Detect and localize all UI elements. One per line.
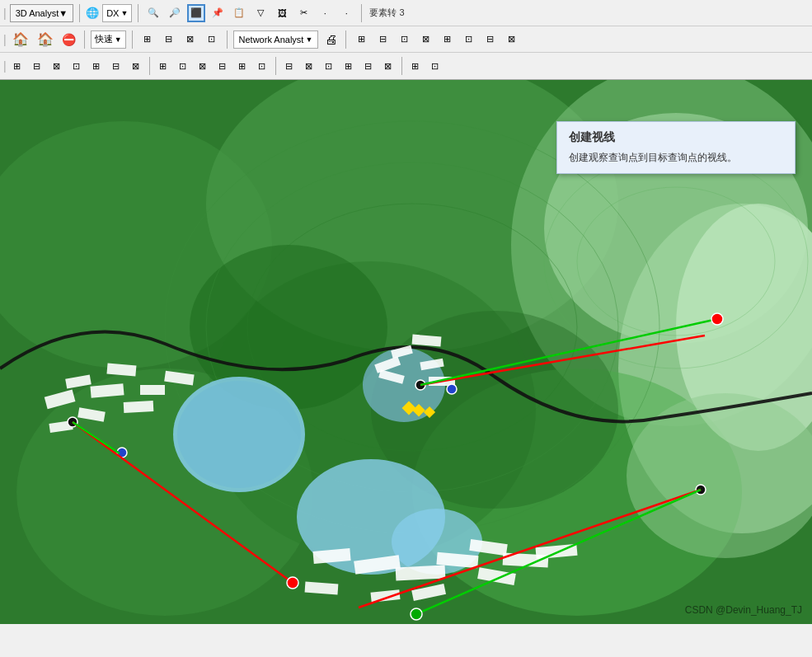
toolbar-separator-left: | bbox=[3, 7, 7, 20]
speed-chevron: ▼ bbox=[115, 35, 122, 44]
speed-label: 快速 bbox=[95, 33, 113, 45]
grid-btn8[interactable]: ⊞ bbox=[154, 57, 172, 75]
grid-btn14[interactable]: ⊟ bbox=[280, 57, 298, 75]
grid-btn2[interactable]: ⊟ bbox=[28, 57, 46, 75]
tool-btn4[interactable]: ⊡ bbox=[203, 31, 221, 49]
tooltip-title: 创建视线 bbox=[569, 130, 783, 145]
grid-btn7[interactable]: ⊠ bbox=[127, 57, 145, 75]
toolbar-icon-map[interactable]: 📋 bbox=[230, 4, 248, 22]
sep6 bbox=[227, 31, 228, 49]
map-container[interactable]: 创建视线 创建观察查询点到目标查询点的视线。 CSDN @Devin_Huang… bbox=[0, 80, 812, 624]
speed-dropdown[interactable]: 快速 ▼ bbox=[91, 31, 126, 49]
grid-btn12[interactable]: ⊞ bbox=[233, 57, 251, 75]
tool-btn7[interactable]: ⊡ bbox=[395, 31, 413, 49]
yaosu-label: 要素转 3 bbox=[368, 7, 406, 19]
grid-btn5[interactable]: ⊞ bbox=[87, 57, 106, 75]
home-btn2[interactable]: 🏠 bbox=[35, 31, 56, 49]
tool-btn5[interactable]: ⊞ bbox=[352, 31, 370, 49]
svg-rect-30 bbox=[140, 385, 165, 395]
grid-btn9[interactable]: ⊡ bbox=[174, 57, 192, 75]
toolbar-icon-triangle[interactable]: ▽ bbox=[251, 4, 270, 22]
tooltip-body: 创建观察查询点到目标查询点的视线。 bbox=[569, 150, 783, 165]
tool-btn6[interactable]: ⊟ bbox=[373, 31, 392, 49]
tooltip-popup: 创建视线 创建观察查询点到目标查询点的视线。 bbox=[556, 121, 796, 174]
tool-btn3[interactable]: ⊠ bbox=[181, 31, 199, 49]
sep3 bbox=[361, 4, 362, 22]
dx-chevron: ▼ bbox=[120, 9, 128, 17]
toolbar-icon-highlight[interactable]: ⬛ bbox=[187, 4, 205, 22]
grid-btn20[interactable]: ⊞ bbox=[406, 57, 425, 75]
network-analyst-dropdown[interactable]: Network Analyst ▼ bbox=[233, 31, 319, 49]
grid-btn4[interactable]: ⊡ bbox=[68, 57, 86, 75]
tool-btn10[interactable]: ⊡ bbox=[459, 31, 477, 49]
svg-rect-40 bbox=[396, 565, 446, 580]
toolbar-row2: | 🏠 🏠 ⛔ 快速 ▼ ⊞ ⊟ ⊠ ⊡ Network Analyst ▼ 🖨… bbox=[0, 26, 812, 53]
toolbar-icon-dot2[interactable]: · bbox=[337, 4, 355, 22]
toolbar-icon-identify[interactable]: 🔎 bbox=[166, 4, 184, 22]
toolbar-icon-image[interactable]: 🖼 bbox=[273, 4, 291, 22]
svg-point-64 bbox=[411, 608, 422, 620]
grid-btn19[interactable]: ⊠ bbox=[379, 57, 397, 75]
svg-point-19 bbox=[177, 381, 301, 488]
tool-btn2[interactable]: ⊟ bbox=[160, 31, 178, 49]
svg-rect-48 bbox=[305, 582, 339, 595]
svg-rect-29 bbox=[124, 401, 154, 413]
dx-dropdown[interactable]: DX ▼ bbox=[102, 4, 132, 22]
na-chevron: ▼ bbox=[305, 35, 312, 44]
watermark: CSDN @Devin_Huang_TJ bbox=[685, 604, 802, 616]
home-btn1[interactable]: 🏠 bbox=[10, 31, 31, 49]
sep7 bbox=[345, 31, 346, 49]
grid-btn13[interactable]: ⊡ bbox=[253, 57, 271, 75]
sep5 bbox=[132, 31, 133, 49]
toolbar-row1: | 3D Analyst▼ 🌐 DX ▼ 🔍 🔎 ⬛ 📌 📋 ▽ 🖼 ✂ · ·… bbox=[0, 0, 812, 26]
dx-icon: 🌐 bbox=[86, 7, 99, 19]
tool-btn9[interactable]: ⊞ bbox=[438, 31, 456, 49]
tool-btn11[interactable]: ⊟ bbox=[481, 31, 499, 49]
stop-btn[interactable]: ⛔ bbox=[59, 31, 78, 49]
sep8 bbox=[149, 57, 150, 75]
grid-btn1[interactable]: ⊞ bbox=[8, 57, 26, 75]
tool-btn8[interactable]: ⊠ bbox=[416, 31, 434, 49]
sep1 bbox=[79, 4, 80, 22]
sep10 bbox=[401, 57, 402, 75]
dx-label: DX bbox=[106, 8, 119, 18]
grid-btn3[interactable]: ⊠ bbox=[48, 57, 66, 75]
toolbar-icon-pin[interactable]: 📌 bbox=[209, 4, 227, 22]
grid-btn6[interactable]: ⊟ bbox=[107, 57, 125, 75]
grid-btn10[interactable]: ⊠ bbox=[194, 57, 212, 75]
sep9 bbox=[275, 57, 276, 75]
grid-btn11[interactable]: ⊟ bbox=[214, 57, 232, 75]
sep4 bbox=[84, 31, 85, 49]
toolbar-row3: | ⊞ ⊟ ⊠ ⊡ ⊞ ⊟ ⊠ ⊞ ⊡ ⊠ ⊟ ⊞ ⊡ ⊟ ⊠ ⊡ ⊞ ⊟ ⊠ … bbox=[0, 53, 812, 79]
print-btn[interactable]: 🖨 bbox=[322, 31, 340, 49]
toolbar-separator-left3: | bbox=[3, 59, 7, 73]
tool-btn1[interactable]: ⊞ bbox=[138, 31, 157, 49]
toolbar-icon-scissors[interactable]: ✂ bbox=[294, 4, 312, 22]
grid-btn18[interactable]: ⊟ bbox=[359, 57, 378, 75]
svg-point-57 bbox=[447, 384, 457, 394]
grid-btn16[interactable]: ⊡ bbox=[320, 57, 338, 75]
svg-point-65 bbox=[287, 577, 298, 589]
toolbar-separator-left2: | bbox=[3, 33, 7, 46]
toolbar-icon-dot1[interactable]: · bbox=[316, 4, 334, 22]
sep2 bbox=[138, 4, 138, 22]
network-analyst-label: Network Analyst bbox=[239, 35, 304, 45]
grid-btn21[interactable]: ⊡ bbox=[426, 57, 444, 75]
grid-btn17[interactable]: ⊞ bbox=[340, 57, 358, 75]
analyst-3d-dropdown[interactable]: 3D Analyst▼ bbox=[10, 4, 73, 22]
tool-btn12[interactable]: ⊠ bbox=[502, 31, 520, 49]
grid-btn15[interactable]: ⊠ bbox=[300, 57, 318, 75]
svg-point-60 bbox=[711, 313, 723, 325]
toolbar-icon-search[interactable]: 🔍 bbox=[144, 4, 162, 22]
